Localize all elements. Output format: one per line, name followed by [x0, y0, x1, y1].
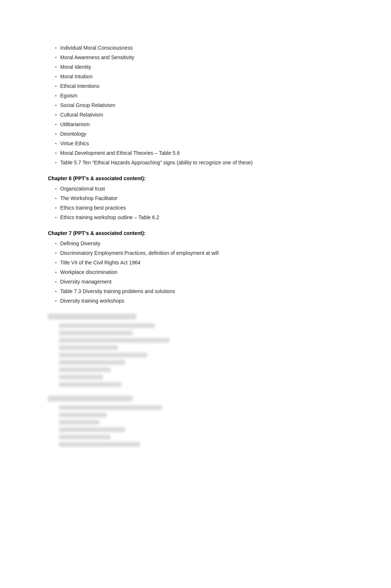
chapter5-section: Individual Moral ConsciousnessMoral Awar…	[48, 44, 343, 167]
list-item: Moral Development and Ethical Theories –…	[55, 149, 343, 157]
chapter7-section: Chapter 7 (PPT’s & associated content): …	[48, 230, 343, 305]
list-item: Ethical Intentions	[55, 82, 343, 90]
list-item: Virtue Ethics	[55, 140, 343, 147]
list-item: Title VII of the Civil Rights Act 1964	[55, 259, 343, 267]
list-item: Social Group Relativism	[55, 101, 343, 109]
chapter5-list: Individual Moral ConsciousnessMoral Awar…	[48, 44, 343, 167]
list-item: Diversity training workshops	[55, 297, 343, 305]
chapter6-section: Chapter 6 (PPT’s & associated content): …	[48, 175, 343, 221]
list-item: Discriminatory Employment Practices, def…	[55, 249, 343, 257]
chapter7-list: Defining DiversityDiscriminatory Employm…	[48, 240, 343, 305]
list-item: Moral Identity	[55, 63, 343, 71]
chapter8-blurred-heading	[48, 314, 136, 320]
list-item: Ethics training workshop outline – Table…	[55, 214, 343, 221]
list-item: Individual Moral Consciousness	[55, 44, 343, 52]
chapter8-blurred-section	[48, 314, 343, 387]
list-item: Cultural Relativism	[55, 111, 343, 119]
list-item: Utilitarianism	[55, 121, 343, 128]
list-item: Table 7.3 Diversity training problems an…	[55, 288, 343, 295]
list-item: Workplace discrimination	[55, 268, 343, 276]
chapter9-blurred-heading	[48, 396, 133, 402]
list-item: Diversity management	[55, 278, 343, 286]
chapter7-heading: Chapter 7 (PPT’s & associated content):	[48, 230, 343, 236]
list-item: The Workshop Facilitator	[55, 195, 343, 202]
chapter6-list: Organizational trustThe Workshop Facilit…	[48, 185, 343, 221]
list-item: Ethics training best practices	[55, 204, 343, 212]
list-item: Egoism	[55, 92, 343, 100]
chapter9-blurred-items	[48, 405, 343, 447]
list-item: Moral Intuition	[55, 73, 343, 81]
chapter9-blurred-section	[48, 396, 343, 447]
list-item: Table 5.7 Ten “Ethical Hazards Approachi…	[55, 159, 343, 167]
list-item: Defining Diversity	[55, 240, 343, 247]
list-item: Moral Awareness and Sensitivity	[55, 54, 343, 61]
chapter8-blurred-items	[48, 323, 343, 387]
list-item: Organizational trust	[55, 185, 343, 193]
list-item: Deontology	[55, 130, 343, 138]
chapter6-heading: Chapter 6 (PPT’s & associated content):	[48, 175, 343, 181]
